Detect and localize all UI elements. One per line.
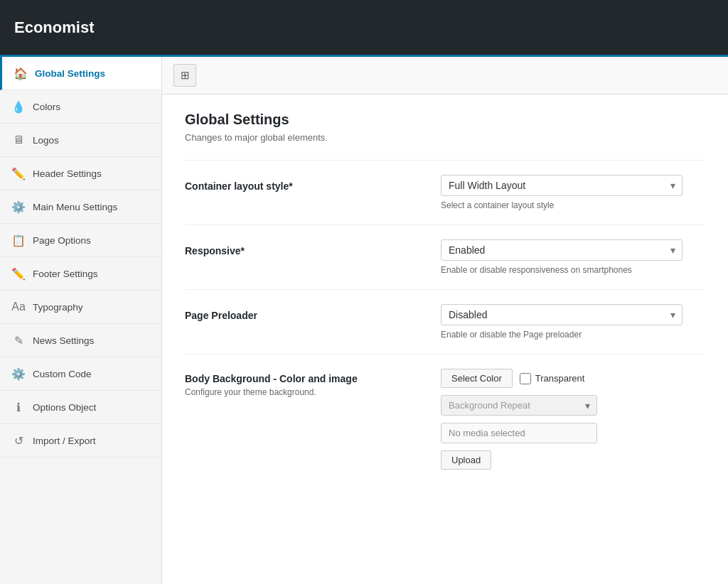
main-content: ⊞ Global Settings Changes to major globa… [162, 57, 728, 584]
page-options-icon: 📋 [11, 233, 26, 247]
select-page-preloader[interactable]: DisabledEnabled [441, 304, 682, 325]
sidebar-label-header-settings: Header Settings [33, 168, 102, 179]
main-toolbar: ⊞ [162, 57, 728, 94]
sidebar-label-logos: Logos [33, 135, 59, 146]
sidebar-item-news-settings[interactable]: ✎News Settings [0, 324, 161, 357]
select-responsive[interactable]: EnabledDisabled [441, 239, 682, 261]
label-responsive: Responsive* [185, 239, 427, 256]
content-body: Global Settings Changes to major global … [162, 94, 728, 501]
sidebar-item-import-export[interactable]: ↺Import / Export [0, 424, 161, 458]
hint-container-layout: Select a container layout style [441, 200, 705, 210]
sidebar-label-import-export: Import / Export [33, 436, 96, 446]
bg-repeat-select-wrapper: Background Repeatno-repeatrepeatrepeat-x… [441, 395, 597, 416]
body-bg-label-sub: Configure your theme background. [185, 387, 427, 397]
settings-row-container-layout: Container layout style*Full Width Layout… [185, 160, 705, 225]
top-bar: Economist [0, 0, 728, 57]
sidebar-item-logos[interactable]: 🖥Logos [0, 124, 161, 157]
app-title: Economist [14, 18, 94, 37]
sidebar-item-header-settings[interactable]: ✏️Header Settings [0, 157, 161, 190]
main-menu-settings-icon: ⚙️ [11, 200, 26, 214]
control-responsive: EnabledDisabledEnable or disable respons… [441, 239, 705, 275]
section-title: Global Settings [185, 112, 705, 128]
sidebar-label-main-menu-settings: Main Menu Settings [33, 202, 117, 212]
sidebar-label-colors: Colors [33, 102, 60, 112]
sidebar-item-colors[interactable]: 💧Colors [0, 90, 161, 124]
transparent-checkbox[interactable] [520, 373, 531, 384]
label-container-layout: Container layout style* [185, 175, 427, 192]
settings-row-responsive: Responsive*EnabledDisabledEnable or disa… [185, 225, 705, 289]
layout: 🏠Global Settings💧Colors🖥Logos✏️Header Se… [0, 57, 728, 584]
upload-button[interactable]: Upload [441, 450, 491, 470]
sidebar-label-page-options: Page Options [33, 235, 91, 246]
section-subtitle: Changes to major global elements. [185, 132, 705, 143]
header-settings-icon: ✏️ [11, 166, 26, 180]
colors-icon: 💧 [11, 99, 26, 114]
sidebar-item-page-options[interactable]: 📋Page Options [0, 224, 161, 257]
no-media-field [441, 423, 597, 443]
sidebar-item-main-menu-settings[interactable]: ⚙️Main Menu Settings [0, 190, 161, 224]
label-page-preloader: Page Preloader [185, 304, 427, 321]
select-container-layout[interactable]: Full Width LayoutBoxed Layout [441, 175, 682, 196]
control-page-preloader: DisabledEnabledEnable or disable the Pag… [441, 304, 705, 340]
control-container-layout: Full Width LayoutBoxed LayoutSelect a co… [441, 175, 705, 210]
sidebar-item-footer-settings[interactable]: ✏️Footer Settings [0, 257, 161, 291]
sidebar-item-custom-code[interactable]: ⚙️Custom Code [0, 357, 161, 391]
sidebar-label-footer-settings: Footer Settings [33, 269, 98, 279]
sidebar-label-options-object: Options Object [33, 402, 96, 413]
color-row: Select Color Transparent [441, 369, 705, 388]
typography-icon: Aa [11, 300, 26, 314]
import-export-icon: ↺ [11, 433, 26, 448]
news-settings-icon: ✎ [11, 333, 26, 347]
sidebar-label-typography: Typography [33, 302, 83, 313]
bg-repeat-select[interactable]: Background Repeatno-repeatrepeatrepeat-x… [441, 395, 597, 416]
footer-settings-icon: ✏️ [11, 266, 26, 281]
transparent-label: Transparent [535, 373, 585, 384]
sidebar-item-typography[interactable]: AaTypography [0, 291, 161, 324]
body-background-row: Body Background - Color and image Config… [185, 354, 705, 484]
body-bg-label-title: Body Background - Color and image [185, 373, 427, 384]
settings-row-page-preloader: Page PreloaderDisabledEnabledEnable or d… [185, 289, 705, 354]
body-bg-controls: Select Color Transparent Background Repe… [441, 369, 705, 470]
hint-responsive: Enable or disable responsiveness on smar… [441, 265, 705, 275]
sidebar-label-custom-code: Custom Code [33, 369, 92, 379]
sidebar: 🏠Global Settings💧Colors🖥Logos✏️Header Se… [0, 57, 162, 584]
select-color-button[interactable]: Select Color [441, 369, 513, 388]
toolbar-grid-icon[interactable]: ⊞ [173, 64, 196, 87]
sidebar-label-global-settings: Global Settings [35, 68, 105, 79]
sidebar-label-news-settings: News Settings [33, 335, 94, 346]
sidebar-item-global-settings[interactable]: 🏠Global Settings [0, 57, 161, 90]
sidebar-item-options-object[interactable]: ℹOptions Object [0, 391, 161, 424]
logos-icon: 🖥 [11, 133, 26, 147]
custom-code-icon: ⚙️ [11, 367, 26, 381]
hint-page-preloader: Enable or disable the Page preloader [441, 330, 705, 340]
transparent-check-row: Transparent [520, 373, 585, 384]
global-settings-icon: 🏠 [14, 66, 28, 80]
options-object-icon: ℹ [11, 400, 26, 414]
